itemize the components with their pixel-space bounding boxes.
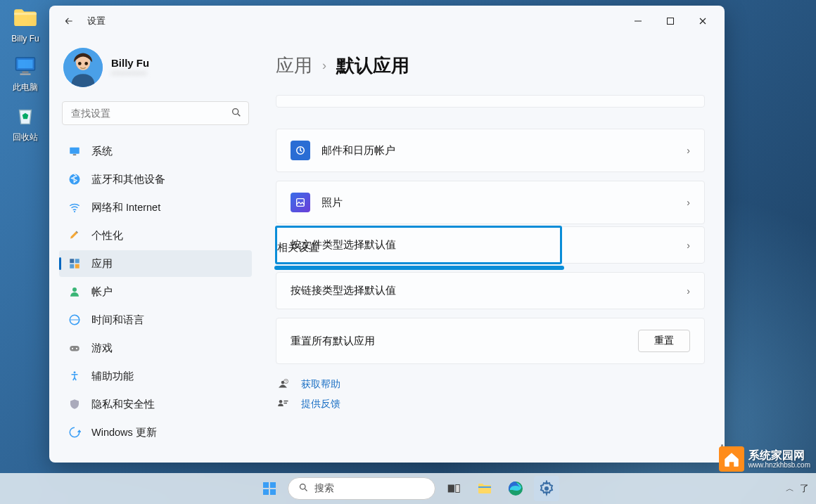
nav-label: 隐私和安全性 <box>91 398 155 411</box>
svg-rect-34 <box>263 489 269 495</box>
search-icon <box>231 107 242 121</box>
card-mail[interactable]: 邮件和日历帐户 › <box>276 129 705 172</box>
help-icon: ? <box>276 378 290 391</box>
card-by-link-type[interactable]: 按链接类型选择默认值 › <box>276 272 705 309</box>
nav-label: 游戏 <box>91 342 113 355</box>
chevron-right-icon: › <box>322 58 326 73</box>
search-settings <box>62 101 249 125</box>
svg-line-37 <box>305 489 307 491</box>
search-icon <box>298 482 309 496</box>
svg-rect-17 <box>75 259 79 263</box>
nav-accounts[interactable]: 帐户 <box>59 278 252 305</box>
update-icon <box>68 425 82 439</box>
svg-rect-12 <box>70 148 79 154</box>
watermark-url: www.hnzkhbsb.com <box>748 461 810 469</box>
svg-point-24 <box>76 348 77 349</box>
nav-label: 系统 <box>91 145 113 158</box>
close-button[interactable] <box>687 10 719 32</box>
back-button[interactable] <box>59 11 79 31</box>
folder-icon <box>11 4 39 32</box>
svg-point-9 <box>84 62 88 65</box>
edge-button[interactable] <box>503 476 528 501</box>
breadcrumb-parent[interactable]: 应用 <box>276 53 312 78</box>
brush-icon <box>68 228 82 243</box>
desktop: Billy Fu 此电脑 回收站 <box>4 4 46 143</box>
card-photos[interactable]: 照片 › <box>276 181 705 224</box>
card-label: 照片 <box>321 196 687 209</box>
reset-button[interactable]: 重置 <box>638 330 690 352</box>
start-button[interactable] <box>257 476 282 501</box>
settings-window: 设置 Billy Fu •••••••••••• <box>49 6 725 463</box>
card-partial-top[interactable] <box>276 95 705 108</box>
desktop-recycle-bin[interactable]: 回收站 <box>4 102 46 143</box>
svg-rect-1 <box>18 60 33 68</box>
card-by-file-type[interactable] <box>276 267 563 269</box>
card-label: 重置所有默认应用 <box>291 335 638 348</box>
file-explorer-button[interactable] <box>472 476 497 501</box>
nav-update[interactable]: Windows 更新 <box>59 419 252 446</box>
system-tray[interactable]: ︿ 了 <box>786 482 809 495</box>
watermark-name: 系统家园网 <box>748 449 810 462</box>
card-by-file-type-full[interactable]: 按文件类型选择默认值 › <box>276 226 705 264</box>
card-label: 按链接类型选择默认值 <box>291 284 687 297</box>
svg-rect-32 <box>263 482 269 488</box>
nav-accessibility[interactable]: 辅助功能 <box>59 363 252 389</box>
svg-point-15 <box>74 211 75 212</box>
tray-chevron-icon[interactable]: ︿ <box>786 483 794 495</box>
task-view-button[interactable] <box>441 476 466 501</box>
card-label: 邮件和日历帐户 <box>321 144 687 157</box>
minimize-button[interactable] <box>622 10 654 32</box>
desktop-icon-label: 回收站 <box>13 131 38 143</box>
page-title: 默认应用 <box>336 53 409 78</box>
nav-personalization[interactable]: 个性化 <box>59 222 252 249</box>
help-label: 获取帮助 <box>301 378 340 391</box>
svg-rect-33 <box>270 482 276 488</box>
chevron-right-icon: › <box>687 285 690 297</box>
apps-icon <box>68 257 82 271</box>
taskbar: 搜索 ︿ 了 <box>0 473 816 504</box>
bluetooth-icon <box>68 172 82 186</box>
chevron-right-icon: › <box>687 145 690 156</box>
nav-privacy[interactable]: 隐私和安全性 <box>59 391 252 418</box>
watermark: 系统家园网 www.hnzkhbsb.com <box>719 446 810 472</box>
get-help-link[interactable]: ? 获取帮助 <box>276 378 705 391</box>
nav-gaming[interactable]: 游戏 <box>59 335 252 361</box>
feedback-label: 提供反馈 <box>301 398 340 411</box>
taskbar-search[interactable]: 搜索 <box>288 477 435 500</box>
wifi-icon <box>68 200 82 214</box>
titlebar: 设置 <box>49 6 725 37</box>
tray-clock[interactable]: 了 <box>800 482 809 495</box>
feedback-link[interactable]: 提供反馈 <box>276 398 705 411</box>
nav-bluetooth[interactable]: 蓝牙和其他设备 <box>59 166 252 193</box>
maximize-button[interactable] <box>654 10 687 32</box>
svg-point-23 <box>72 348 73 349</box>
user-profile[interactable]: Billy Fu •••••••••••• <box>59 42 252 101</box>
profile-email: •••••••••••• <box>111 69 149 79</box>
nav-network[interactable]: 网络和 Internet <box>59 194 252 221</box>
desktop-icon-label: 此电脑 <box>13 82 38 93</box>
nav-apps[interactable]: 应用 <box>59 250 252 277</box>
svg-rect-39 <box>456 485 460 493</box>
desktop-folder-billy[interactable]: Billy Fu <box>4 4 46 44</box>
svg-line-11 <box>238 114 240 116</box>
feedback-icon <box>276 398 290 411</box>
svg-rect-40 <box>478 486 491 488</box>
gamepad-icon <box>68 341 82 355</box>
breadcrumb: 应用 › 默认应用 <box>276 53 705 78</box>
nav-system[interactable]: 系统 <box>59 138 252 164</box>
accessibility-icon <box>68 369 82 383</box>
avatar <box>63 48 103 87</box>
settings-button[interactable] <box>534 476 559 501</box>
nav-label: 时间和语言 <box>91 314 144 327</box>
svg-rect-18 <box>70 264 74 269</box>
shield-icon <box>68 397 82 411</box>
nav-time[interactable]: 时间和语言 <box>59 306 252 333</box>
nav-label: 帐户 <box>91 285 113 299</box>
watermark-icon <box>719 446 744 472</box>
nav-label: 应用 <box>91 257 113 271</box>
search-input[interactable] <box>62 101 249 125</box>
search-label: 搜索 <box>314 482 334 495</box>
svg-point-25 <box>74 371 76 373</box>
svg-point-20 <box>72 287 77 292</box>
desktop-this-pc[interactable]: 此电脑 <box>4 52 46 93</box>
